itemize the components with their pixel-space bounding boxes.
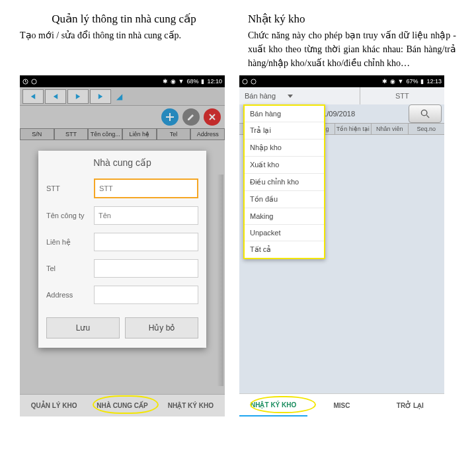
input-tel[interactable] bbox=[94, 259, 198, 278]
status-time: 12:13 bbox=[426, 78, 442, 85]
label-tel: Tel bbox=[46, 264, 94, 272]
battery-icon: ▮ bbox=[420, 78, 424, 85]
supplier-dialog: Nhà cung cấp STT Tên công ty Liên hệ Tel… bbox=[38, 151, 206, 348]
signal-icon: ▼ bbox=[178, 78, 184, 85]
right-desc: Chức năng này cho phép bạn truy vấn dữ l… bbox=[248, 28, 456, 70]
dd-item[interactable]: Bán hàng bbox=[245, 106, 324, 122]
status-time: 12:10 bbox=[207, 78, 222, 85]
label-address: Address bbox=[46, 291, 94, 299]
screenshot-supplier: ✱ ◉ ▼ 68% ▮ 12:10 ◢ S/N bbox=[20, 75, 225, 416]
label-contact: Liên hệ bbox=[46, 238, 94, 247]
cancel-button[interactable]: Hủy bỏ bbox=[125, 317, 198, 338]
search-icon bbox=[420, 109, 430, 119]
search-button[interactable] bbox=[409, 104, 442, 123]
dd-item[interactable]: Tồn đầu bbox=[245, 191, 324, 208]
input-stt[interactable] bbox=[94, 178, 198, 198]
status-bar: ✱ ◉ ▼ 67% ▮ 12:13 bbox=[239, 75, 444, 87]
hdr-staff: Nhân viên bbox=[372, 124, 408, 134]
tab-supplier[interactable]: NHÀ CUNG CẤP bbox=[88, 394, 156, 416]
svg-point-1 bbox=[32, 79, 36, 83]
wifi-icon: ◉ bbox=[171, 78, 176, 85]
input-contact[interactable] bbox=[94, 233, 198, 251]
svg-point-3 bbox=[251, 79, 256, 83]
stt-label: STT bbox=[360, 87, 444, 104]
dd-item[interactable]: Nhập kho bbox=[245, 139, 324, 157]
hdr-stock: Tồn hiện tại bbox=[335, 124, 372, 134]
dialog-title: Nhà cung cấp bbox=[38, 151, 206, 175]
shadow bbox=[217, 175, 223, 386]
battery-text: 67% bbox=[406, 78, 418, 85]
tab-warehouse[interactable]: QUẢN LÝ KHO bbox=[20, 394, 88, 416]
tab-back[interactable]: TRỞ LẠI bbox=[376, 394, 444, 416]
left-desc: Tạo mới / sửa đổi thông tin nhà cung cấp… bbox=[20, 28, 228, 42]
type-dropdown: Bán hàng Trả lại Nhập kho Xuất kho Điều … bbox=[243, 104, 325, 259]
sync-icon bbox=[31, 79, 37, 85]
input-company[interactable] bbox=[94, 206, 198, 225]
dd-item[interactable]: Điều chỉnh kho bbox=[245, 174, 324, 191]
tab-misc[interactable]: MISC bbox=[307, 394, 376, 416]
svg-point-2 bbox=[243, 79, 247, 83]
sync-icon bbox=[22, 79, 28, 85]
left-title: Quản lý thông tin nhà cung cấp bbox=[20, 12, 228, 26]
dd-item[interactable]: Making bbox=[245, 208, 324, 225]
input-address[interactable] bbox=[94, 286, 198, 304]
right-title: Nhật ký kho bbox=[248, 12, 456, 26]
wifi-icon: ◉ bbox=[390, 78, 395, 85]
dd-item[interactable]: Trả lại bbox=[245, 122, 324, 139]
label-company: Tên công ty bbox=[46, 212, 94, 219]
save-button[interactable]: Lưu bbox=[46, 317, 120, 338]
status-bar: ✱ ◉ ▼ 68% ▮ 12:10 bbox=[20, 75, 225, 87]
type-select[interactable]: Bán hàng bbox=[239, 87, 360, 104]
dd-item[interactable]: Xuất kho bbox=[245, 157, 324, 174]
label-stt: STT bbox=[46, 184, 94, 192]
sync-icon bbox=[251, 79, 257, 85]
sync-icon bbox=[242, 79, 248, 85]
dd-item[interactable]: Tất cả bbox=[245, 241, 324, 258]
tab-log[interactable]: NHẬT KÝ KHO bbox=[157, 394, 225, 416]
battery-text: 68% bbox=[186, 78, 198, 85]
tab-log[interactable]: NHẬT KÝ KHO bbox=[239, 394, 307, 416]
bluetooth-icon: ✱ bbox=[382, 78, 387, 85]
dd-item[interactable]: Unpacket bbox=[245, 225, 324, 241]
battery-icon: ▮ bbox=[201, 78, 204, 85]
bluetooth-icon: ✱ bbox=[163, 78, 168, 85]
signal-icon: ▼ bbox=[398, 78, 404, 85]
svg-point-4 bbox=[421, 110, 426, 115]
screenshot-log: ✱ ◉ ▼ 67% ▮ 12:13 Bán hàng STT 21/09/201… bbox=[239, 75, 444, 416]
hdr-seq: Seq.no bbox=[409, 124, 444, 134]
